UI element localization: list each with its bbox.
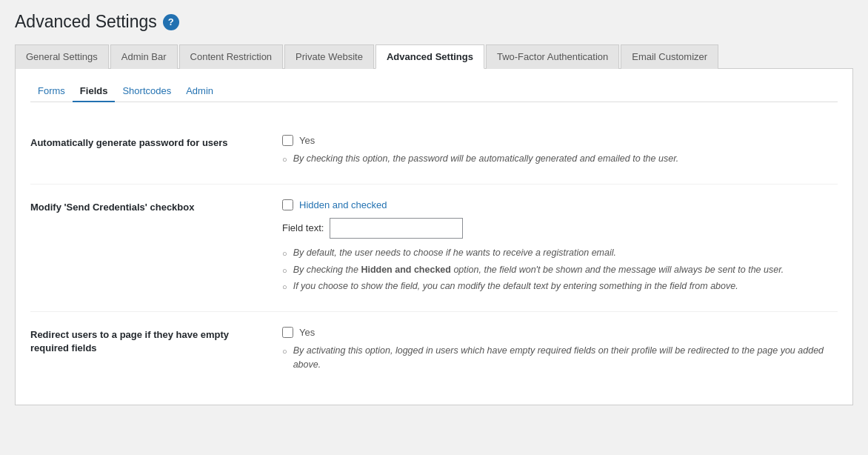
page-title: Advanced Settings [15,12,157,32]
sub-tab-fields[interactable]: Fields [73,81,116,102]
checkbox-redirect-empty-fields[interactable] [282,327,293,338]
settings-row-send-credentials: Modify 'Send Credentials' checkboxHidden… [30,185,838,312]
sub-tabs: FormsFieldsShortcodesAdmin [30,81,838,102]
top-tabs: General SettingsAdmin BarContent Restric… [15,44,853,69]
bullet-item: If you choose to show the field, you can… [282,279,838,293]
bullet-item: By activating this option, logged in use… [282,344,838,372]
top-tab-content-restriction[interactable]: Content Restriction [179,44,284,69]
help-icon[interactable]: ? [163,14,179,30]
row-label-send-credentials: Modify 'Send Credentials' checkbox [30,199,267,214]
row-content-redirect-empty-fields: YesBy activating this option, logged in … [282,327,838,375]
sub-tab-shortcodes[interactable]: Shortcodes [115,81,178,102]
checkbox-label-auto-password: Yes [299,135,315,146]
row-label-redirect-empty-fields: Redirect users to a page if they have em… [30,327,267,355]
checkbox-auto-password[interactable] [282,135,293,146]
bullet-list-send-credentials: By default, the user needs to choose if … [282,246,838,293]
top-tab-two-factor-authentication[interactable]: Two-Factor Authentication [486,44,619,69]
page-title-row: Advanced Settings ? [15,7,853,32]
sub-tab-forms[interactable]: Forms [30,81,73,102]
settings-row-auto-password: Automatically generate password for user… [30,120,838,185]
top-tab-private-website[interactable]: Private Website [284,44,374,69]
bullet-item: By default, the user needs to choose if … [282,246,838,260]
bullet-list-redirect-empty-fields: By activating this option, logged in use… [282,344,838,372]
checkbox-send-credentials[interactable] [282,199,293,210]
checkbox-label-send-credentials: Hidden and checked [299,199,387,210]
row-label-auto-password: Automatically generate password for user… [30,135,267,150]
content-area: FormsFieldsShortcodesAdmin Automatically… [15,69,853,405]
top-tab-general-settings[interactable]: General Settings [15,44,109,69]
settings-sections: Automatically generate password for user… [30,120,838,390]
sub-tab-admin[interactable]: Admin [178,81,221,102]
top-tab-admin-bar[interactable]: Admin Bar [110,44,178,69]
bullet-item: By checking the Hidden and checked optio… [282,263,838,277]
field-text-row-send-credentials: Field text: [282,218,838,239]
checkbox-row-auto-password: Yes [282,135,838,146]
page-wrapper: Advanced Settings ? General SettingsAdmi… [0,0,868,455]
checkbox-label-redirect-empty-fields: Yes [299,327,315,338]
field-text-label-send-credentials: Field text: [282,222,324,233]
checkbox-row-redirect-empty-fields: Yes [282,327,838,338]
top-tab-advanced-settings[interactable]: Advanced Settings [375,44,484,69]
row-content-send-credentials: Hidden and checkedField text:By default,… [282,199,838,296]
field-text-input-send-credentials[interactable] [330,218,463,239]
checkbox-row-send-credentials: Hidden and checked [282,199,838,210]
bullet-item: By checking this option, the password wi… [282,152,838,166]
row-content-auto-password: YesBy checking this option, the password… [282,135,838,169]
top-tab-email-customizer[interactable]: Email Customizer [621,44,718,69]
bullet-list-auto-password: By checking this option, the password wi… [282,152,838,166]
settings-row-redirect-empty-fields: Redirect users to a page if they have em… [30,312,838,390]
